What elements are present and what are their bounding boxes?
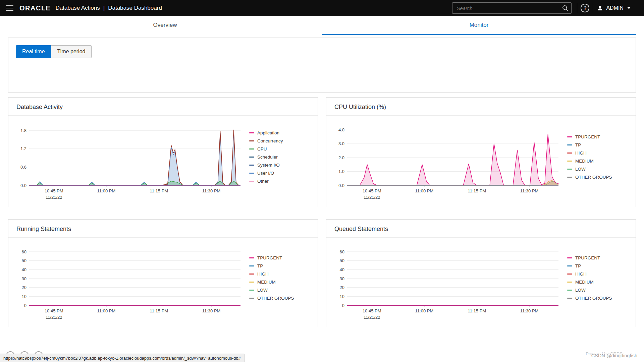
legend-item-tp[interactable]: TP: [567, 142, 624, 147]
legend-label: LOW: [257, 288, 268, 293]
legend-item-other-groups[interactable]: OTHER GROUPS: [249, 296, 306, 301]
x-tick-sublabel: 11/21/22: [46, 195, 62, 200]
legend-label: Scheduler: [257, 155, 278, 160]
user-label: ADMIN: [606, 5, 624, 11]
search-box: [452, 2, 572, 14]
x-tick-sublabel: 11/21/22: [364, 315, 380, 320]
legend-label: MEDIUM: [257, 280, 276, 285]
legend-swatch: [249, 265, 254, 266]
person-icon: [597, 5, 603, 11]
legend-item-low[interactable]: LOW: [567, 167, 624, 172]
legend-label: Concurrency: [257, 138, 283, 143]
legend-item-scheduler[interactable]: Scheduler: [249, 155, 306, 160]
chart-canvas: 010203040506010:45 PM11/21/2211:00 PM11:…: [330, 242, 562, 324]
y-tick-label: 60: [22, 249, 26, 254]
legend-item-user-i-o[interactable]: User I/O: [249, 171, 306, 176]
y-tick-label: 40: [340, 267, 344, 272]
chart-plot: 010203040506010:45 PM11/21/2211:00 PM11:…: [330, 242, 562, 325]
charts-row-1: Database Activity 0.00.61.21.810:45 PM11…: [8, 97, 636, 207]
y-tick-label: 1.8: [20, 128, 26, 133]
y-tick-label: 30: [340, 276, 344, 281]
panel-title: Queued Statements: [326, 220, 636, 238]
legend-item-application[interactable]: Application: [249, 130, 306, 135]
y-tick-label: 1.2: [20, 146, 26, 151]
legend-label: OTHER GROUPS: [575, 175, 612, 180]
x-tick-label: 11:30 PM: [520, 188, 539, 193]
legend-item-medium[interactable]: MEDIUM: [567, 280, 624, 285]
y-tick-label: 1.0: [338, 169, 344, 174]
time-period-button[interactable]: Time period: [51, 45, 92, 58]
legend-swatch: [249, 157, 254, 158]
panel-cpu-utilization: CPU Utilization (%) 0.01.02.03.04.010:45…: [326, 97, 636, 207]
panel-running-statements: Running Statements 010203040506010:45 PM…: [8, 219, 318, 327]
help-button[interactable]: ?: [577, 0, 593, 16]
legend-item-high[interactable]: HIGH: [567, 150, 624, 156]
time-mode-toggle: Real time Time period: [16, 45, 92, 58]
legend-swatch: [567, 169, 572, 170]
legend-label: OTHER GROUPS: [575, 296, 612, 301]
legend-item-other-groups[interactable]: OTHER GROUPS: [567, 175, 624, 180]
y-tick-label: 40: [22, 267, 26, 272]
legend-item-high[interactable]: HIGH: [567, 272, 624, 277]
legend-item-other-groups[interactable]: OTHER GROUPS: [567, 296, 624, 301]
legend-item-system-i-o[interactable]: System I/O: [249, 163, 306, 168]
legend-item-concurrency[interactable]: Concurrency: [249, 138, 306, 143]
legend-item-tpurgent[interactable]: TPURGENT: [567, 255, 624, 260]
chevron-down-icon: [627, 7, 631, 9]
running-statements-chart: 010203040506010:45 PM11/21/2211:00 PM11:…: [8, 238, 318, 327]
legend-item-tpurgent[interactable]: TPURGENT: [249, 255, 306, 260]
panel-title: Running Statements: [8, 220, 318, 238]
legend-item-low[interactable]: LOW: [249, 288, 306, 293]
legend-label: HIGH: [575, 272, 587, 277]
title-divider: |: [103, 5, 105, 11]
legend-swatch: [567, 177, 572, 178]
y-tick-label: 0.6: [20, 165, 26, 170]
real-time-button[interactable]: Real time: [16, 45, 51, 58]
header-title-group: Database Actions | Database Dashboard: [55, 5, 162, 11]
legend-label: TP: [575, 263, 581, 268]
legend-label: User I/O: [257, 171, 274, 176]
y-tick-label: 0: [342, 303, 344, 308]
legend-item-cpu[interactable]: CPU: [249, 146, 306, 152]
legend-item-medium[interactable]: MEDIUM: [249, 280, 306, 285]
hamburger-menu-button[interactable]: [6, 5, 13, 11]
legend-item-low[interactable]: LOW: [567, 288, 624, 293]
legend-item-high[interactable]: HIGH: [249, 272, 306, 277]
tab-overview[interactable]: Overview: [8, 16, 322, 35]
x-tick-sublabel: 11/21/22: [46, 315, 62, 320]
legend-swatch: [567, 298, 572, 299]
database-activity-chart: 0.00.61.21.810:45 PM11/21/2211:00 PM11:1…: [8, 116, 318, 207]
legend-label: System I/O: [257, 163, 280, 168]
user-menu[interactable]: ADMIN: [593, 0, 644, 16]
legend-swatch: [249, 274, 254, 275]
legend-label: TPURGENT: [257, 255, 282, 260]
series-area-cpu: [29, 181, 240, 185]
series-area-tpurgent: [347, 134, 558, 185]
legend-item-tp[interactable]: TP: [249, 263, 306, 268]
legend-swatch: [567, 136, 572, 137]
series-line-medium: [347, 181, 558, 185]
legend-swatch: [249, 140, 254, 141]
x-tick-label: 11:00 PM: [415, 308, 434, 313]
chart-plot: 0.00.61.21.810:45 PM11/21/2211:00 PM11:1…: [12, 120, 244, 205]
legend-item-tp[interactable]: TP: [567, 263, 624, 268]
chart-plot: 010203040506010:45 PM11/21/2211:00 PM11:…: [12, 242, 244, 325]
app-title: Database Actions: [55, 5, 100, 11]
search-icon[interactable]: [562, 5, 569, 11]
series-line-low: [347, 181, 558, 185]
y-tick-label: 60: [340, 249, 344, 254]
x-tick-label: 11:00 PM: [97, 308, 116, 313]
legend-item-other[interactable]: Other: [249, 179, 306, 184]
search-input[interactable]: [452, 2, 572, 14]
legend-item-medium[interactable]: MEDIUM: [567, 159, 624, 164]
panel-queued-statements: Queued Statements 010203040506010:45 PM1…: [326, 219, 636, 327]
x-tick-label: 11:30 PM: [520, 308, 539, 313]
legend-label: OTHER GROUPS: [257, 296, 294, 301]
legend-label: Other: [257, 179, 269, 184]
tab-monitor[interactable]: Monitor: [322, 16, 636, 35]
legend-label: TPURGENT: [575, 134, 600, 139]
legend-swatch: [249, 181, 254, 182]
legend-item-tpurgent[interactable]: TPURGENT: [567, 134, 624, 139]
series-area-low: [347, 181, 558, 185]
y-tick-label: 50: [22, 258, 26, 263]
